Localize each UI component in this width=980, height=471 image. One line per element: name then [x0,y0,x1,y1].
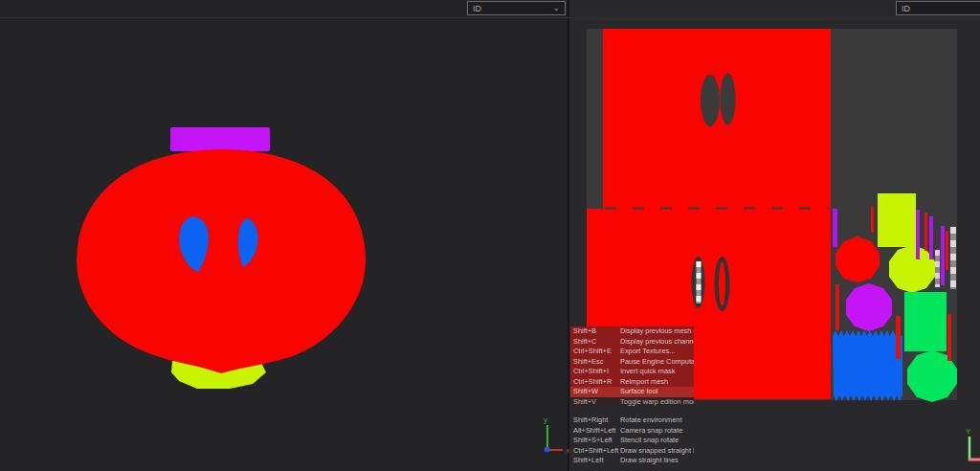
shortcut-overlay-section-2: Shift+Right Rotate environment Alt+Shift… [570,415,694,466]
shortcut-action: Invert quick mask [620,367,694,377]
shortcut-row: Ctrl+Shift+E Export Textures... [570,347,694,357]
shortcut-action: Stencil snap rotate [620,436,694,446]
shortcut-action: Display previous mesh map [620,326,694,337]
shortcut-row: Ctrl+Shift+R Reimport mesh [570,377,694,388]
shortcut-row: Ctrl+Shift+Left Draw snapped straight li… [570,446,694,457]
shortcut-action: Draw snapped straight lines [620,446,694,457]
shortcut-action: Draw straight lines [620,456,694,466]
chevron-down-icon: ⌄ [552,4,560,12]
shortcut-row: Shift+Right Rotate environment [570,415,694,426]
channel-select-left-value: ID [473,4,552,13]
shortcut-overlay-section-1: Shift+B Display previous mesh map Shift+… [570,326,694,407]
x-axis-label: x [566,446,569,455]
uv-island-chartreuse-rect [878,193,916,247]
shortcut-keys: Shift+V [570,397,620,408]
shortcut-keys: Alt+Shift+Left [570,426,620,437]
uv-eye-hole-left [701,75,720,126]
channel-select-right[interactable]: ID ⌄ [896,1,980,15]
axis-gizmo-3d[interactable]: y x [544,415,569,455]
shortcut-action: Surface tool [620,387,694,397]
character-cap [170,127,270,151]
uv-eye-hole-right [721,74,736,125]
shortcut-row: Shift+V Toggle warp edition mode [570,397,694,408]
shortcut-keys: Shift+W [570,387,620,397]
shortcut-keys: Shift+Left [570,456,620,466]
uv-island-blue-zigzag-square [833,330,902,401]
character-3d [77,127,366,389]
y-axis-label: y [544,415,547,424]
shortcut-keys: Shift+S+Left [570,436,620,446]
shortcut-row: Shift+Left Draw straight lines [570,456,694,466]
axis-gizmo-2d[interactable]: Y [966,427,980,460]
shortcut-row: Shift+B Display previous mesh map [570,326,694,337]
channel-select-left[interactable]: ID ⌄ [467,1,566,15]
shortcut-row: Shift+C Display previous channel [570,337,694,348]
shortcut-row: Shift+S+Left Stencil snap rotate [570,436,694,446]
z-axis-dot-icon [545,447,549,452]
shortcut-keys: Shift+Right [570,415,620,426]
channel-select-right-value: ID [902,4,980,13]
shortcut-row: Alt+Shift+Left Camera snap rotate [570,426,694,437]
shortcut-action: Export Textures... [620,347,694,357]
shortcut-action: Pause Engine Computation [620,357,694,368]
shortcut-keys: Ctrl+Shift+Left [570,446,620,457]
shortcut-action: Display previous channel [620,337,694,348]
shortcut-action: Reimport mesh [620,377,694,388]
shortcut-keys: Shift+C [570,337,620,348]
shortcut-keys: Shift+Esc [570,357,620,368]
shortcut-action: Rotate environment [620,415,694,426]
shortcut-keys: Ctrl+Shift+E [570,347,620,357]
uv-island-chartreuse-decagon [889,245,935,293]
shortcut-keys: Ctrl+Shift+I [570,367,620,377]
shortcut-keys: Shift+B [570,326,620,337]
y-axis-label: Y [966,427,971,436]
uv-island-green-rect [904,292,947,351]
shortcut-keys: Ctrl+Shift+R [570,377,620,388]
shortcut-action: Toggle warp edition mode [620,397,694,408]
uv-island-magenta-decagon [846,283,892,331]
texture-painting-app: y x [0,0,980,471]
character-body [77,149,366,373]
shortcut-row: Shift+Esc Pause Engine Computation [570,357,694,368]
shortcut-row: Ctrl+Shift+I Invert quick mask [570,367,694,377]
shortcut-action: Camera snap rotate [620,426,694,437]
scene-canvas: y x [0,0,980,471]
shortcut-row-highlighted: Shift+W Surface tool [570,387,694,397]
